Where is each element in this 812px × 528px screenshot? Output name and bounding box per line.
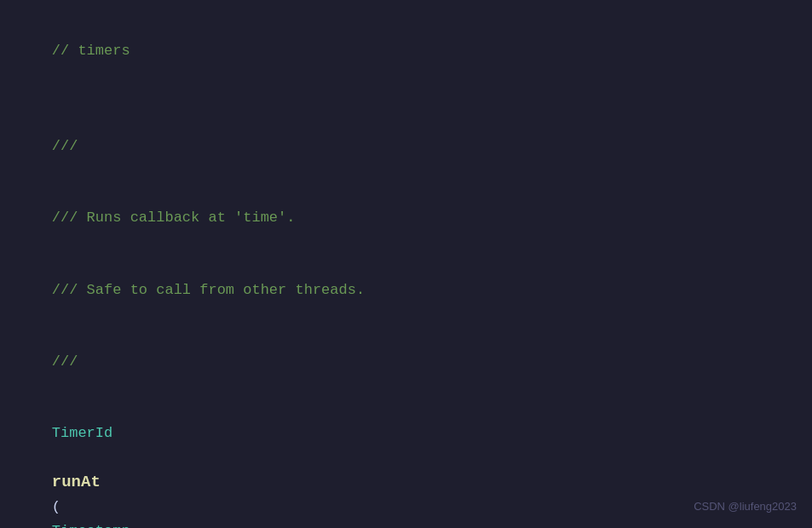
comment-line-4: /// [17, 326, 795, 398]
section-title: // timers [52, 43, 130, 59]
comment-line-2: /// Runs callback at 'time'. [17, 182, 795, 254]
comment-line-1: /// [17, 111, 795, 182]
section-title-line: // timers [17, 15, 795, 87]
comment-line-3: /// Safe to call from other threads. [17, 254, 795, 325]
code-container: // timers /// /// Runs callback at 'time… [0, 0, 812, 528]
watermark: CSDN @liufeng2023 [694, 498, 797, 516]
runat-line: TimerId runAt ( Timestamp time , TimerCa… [17, 398, 795, 528]
blank-line-1 [17, 87, 795, 111]
